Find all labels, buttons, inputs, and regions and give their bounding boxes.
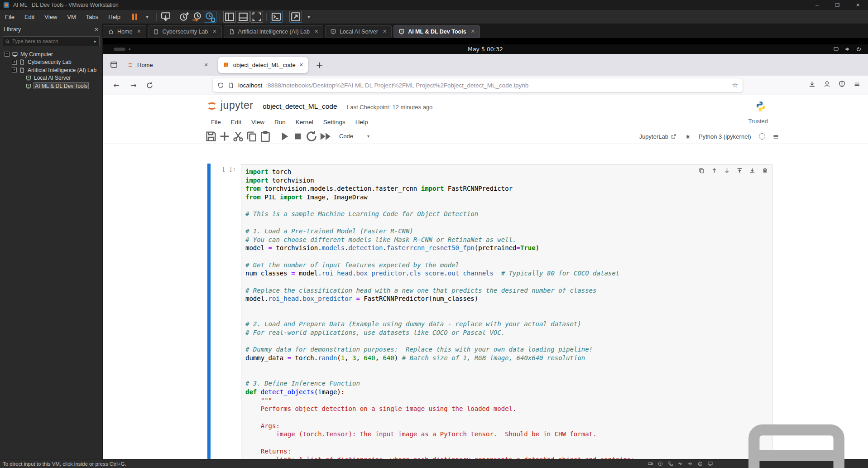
revert-snapshot-button[interactable] [191,11,203,22]
vm-tab-ai-ml-dl-dev-tools[interactable]: AI ML & DL Dev Tools✕ [393,25,480,38]
vmware-menu-help[interactable]: Help [103,14,125,20]
minimize-button[interactable]: ─ [807,0,827,10]
cut-cell-icon[interactable] [231,131,245,142]
vm-tab-artificial-intelligence-ai-lab[interactable]: Artificial Intelligence (AI) Lab✕ [224,25,324,38]
stop-kernel-icon[interactable] [291,131,305,142]
notebook-title[interactable]: object_detect_ML_code [263,102,337,111]
extensions-icon[interactable] [838,80,846,88]
pause-options-dropdown[interactable]: ▾ [141,11,153,22]
maximize-button[interactable]: ❐ [827,0,848,10]
bookmark-star-icon[interactable]: ☆ [732,81,738,89]
library-item-my-computer[interactable]: -My Computer [0,51,102,58]
snapshot-manager-button[interactable] [204,11,216,23]
run-cell-icon[interactable] [278,131,291,142]
vmware-menu-file[interactable]: File [0,14,19,20]
tab-close-icon[interactable]: ✕ [383,29,387,34]
autosize-button[interactable] [289,11,302,23]
screen-cast-icon[interactable] [833,46,839,52]
message-log-icon[interactable] [729,396,864,468]
show-library-button[interactable] [223,11,236,23]
volume-icon[interactable] [844,46,850,52]
jupyter-menu-run[interactable]: Run [269,119,291,125]
autosize-dropdown[interactable]: ▾ [303,11,315,22]
vmware-menu-view[interactable]: View [39,14,62,20]
duplicate-cell-icon[interactable] [698,167,705,174]
cell-type-dropdown[interactable]: Code ▾ [339,133,371,140]
guest-clock[interactable]: May 5 00:32 [468,46,503,53]
tab-close-icon[interactable]: ✕ [204,62,208,68]
vm-tab-cybersecurity-lab[interactable]: Cybersecurity Lab✕ [148,25,222,38]
sound-icon[interactable] [687,461,693,467]
vm-tab-local-ai-server[interactable]: Local AI Server✕ [325,25,392,38]
tab-close-icon[interactable]: ✕ [212,29,216,34]
reload-icon[interactable] [146,82,153,89]
save-icon[interactable] [204,131,218,142]
copy-cell-icon[interactable] [245,131,259,142]
back-button[interactable]: ← [111,80,122,91]
tab-close-icon[interactable]: ✕ [137,29,141,34]
vm-tab-home[interactable]: Home✕ [103,25,146,38]
url-bar[interactable]: localhost:8888/notebooks/Desktop%2FAI ML… [213,78,743,92]
jupyterlab-link[interactable]: JupyterLab [639,133,677,140]
display-icon[interactable] [707,461,713,467]
notification-menu-icon[interactable]: ≡ [773,132,779,141]
library-item-ai-ml-dl-dev-tools[interactable]: AI ML & DL Dev Tools [0,82,102,89]
move-cell-up-icon[interactable] [711,167,718,174]
tree-expander-icon[interactable]: - [12,68,17,72]
restart-kernel-icon[interactable] [305,131,318,142]
debugger-bug-icon[interactable] [685,133,691,140]
paste-cell-icon[interactable] [259,131,272,142]
search-dropdown-icon[interactable]: ▾ [92,39,97,44]
downloads-icon[interactable] [808,80,816,88]
page-info-icon[interactable] [228,82,235,89]
cdrom-icon[interactable] [657,461,663,467]
forward-button[interactable]: → [128,80,139,91]
delete-cell-icon[interactable] [762,167,768,174]
library-close-icon[interactable]: ✕ [94,26,99,33]
show-thumbnail-bar-button[interactable] [237,11,249,23]
account-icon[interactable] [823,80,831,88]
tree-expander-icon[interactable]: - [5,52,10,57]
new-tab-button[interactable]: + [316,59,323,70]
code-content[interactable]: import torchimport torchvisionfrom torch… [245,168,770,459]
network-icon[interactable] [667,461,673,467]
console-view-button[interactable] [270,11,283,23]
jupyter-menu-kernel[interactable]: Kernel [291,119,318,125]
vmware-menu-edit[interactable]: Edit [19,14,39,20]
library-item-local-ai-server[interactable]: Local AI Server [0,75,102,82]
library-search-input[interactable]: Type here to search ▾ [3,36,100,46]
jupyter-menu-file[interactable]: File [206,119,226,125]
tab-close-icon[interactable]: ✕ [471,29,475,34]
vmware-menu-vm[interactable]: VM [62,14,81,20]
library-item-cybersecurity-lab[interactable]: +Cybersecurity Lab [0,59,102,66]
restart-run-all-icon[interactable] [318,131,332,142]
code-cell-editor[interactable]: import torchimport torchvisionfrom torch… [241,164,772,459]
printer-icon[interactable] [697,461,703,467]
library-item-artificial-intelligence-ai-lab[interactable]: -Artificial Intelligence (AI) Lab [0,67,102,73]
power-icon[interactable] [856,46,862,52]
menu-icon[interactable]: ≡ [853,80,861,88]
tab-close-icon[interactable]: ✕ [314,29,318,34]
tree-expander-icon[interactable]: + [12,60,17,65]
jupyter-menu-help[interactable]: Help [350,119,373,125]
vmware-menu-tabs[interactable]: Tabs [81,14,103,20]
pause-vm-button[interactable] [129,11,140,22]
hard-disk-icon[interactable] [647,461,653,467]
fullscreen-button[interactable] [250,11,263,23]
jupyter-menu-view[interactable]: View [246,119,269,125]
jupyter-menu-settings[interactable]: Settings [318,119,350,125]
take-snapshot-button[interactable] [178,11,190,22]
insert-cell-above-icon[interactable] [736,167,743,174]
jupyter-brand[interactable]: jupyter [221,99,254,111]
tab-close-icon[interactable]: ✕ [299,62,303,68]
firefox-tab-home[interactable]: Home✕ [122,57,213,73]
firefox-view-icon[interactable] [110,60,118,69]
jupyter-menu-edit[interactable]: Edit [226,119,246,125]
shield-icon[interactable] [217,82,224,89]
move-cell-down-icon[interactable] [724,167,730,174]
usb-icon[interactable] [677,461,683,467]
activities-pill[interactable] [114,48,125,51]
close-button[interactable]: ✕ [848,0,868,10]
add-cell-icon[interactable] [218,131,231,142]
insert-cell-below-icon[interactable] [749,167,756,174]
